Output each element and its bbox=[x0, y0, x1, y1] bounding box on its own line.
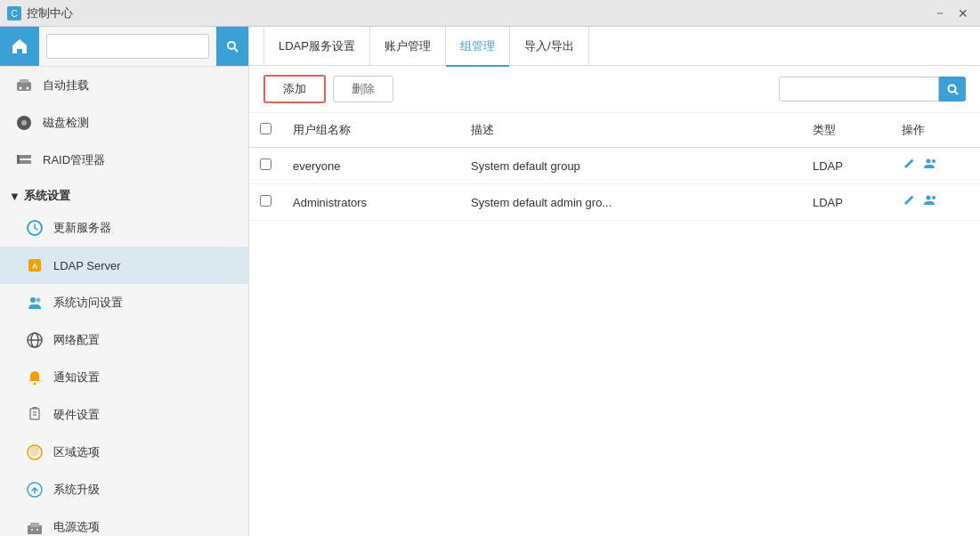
window-title: 控制中心 bbox=[27, 5, 930, 21]
sidebar-item-ldap-server[interactable]: A LDAP Server bbox=[0, 247, 248, 284]
minimize-button[interactable]: － bbox=[930, 4, 950, 23]
network-config-icon bbox=[25, 330, 45, 350]
titlebar: C 控制中心 － ✕ bbox=[0, 0, 980, 27]
svg-point-36 bbox=[932, 196, 935, 199]
sidebar-item-disk-check-label: 磁盘检测 bbox=[43, 115, 89, 131]
svg-line-3 bbox=[234, 48, 238, 52]
row-checkbox-cell bbox=[249, 148, 282, 184]
disk-check-icon bbox=[14, 113, 34, 133]
system-upgrade-icon bbox=[25, 480, 45, 499]
svg-point-6 bbox=[20, 87, 22, 90]
edit-icon[interactable] bbox=[902, 193, 916, 211]
toolbar-search-container bbox=[779, 77, 966, 102]
sidebar-item-ldap-server-label: LDAP Server bbox=[53, 259, 121, 272]
sidebar-item-notification-label: 通知设置 bbox=[53, 370, 100, 386]
svg-rect-12 bbox=[17, 155, 20, 164]
svg-point-35 bbox=[927, 196, 931, 200]
row-name: everyone bbox=[282, 148, 460, 184]
sidebar-item-hardware-label: 硬件设置 bbox=[53, 407, 100, 423]
row-checkbox[interactable] bbox=[260, 195, 271, 207]
sidebar-item-region[interactable]: 区域选项 bbox=[0, 434, 248, 471]
hardware-icon bbox=[25, 405, 45, 425]
svg-point-16 bbox=[30, 297, 36, 303]
row-checkbox-cell bbox=[249, 184, 282, 221]
row-checkbox[interactable] bbox=[260, 158, 271, 170]
auto-mount-icon bbox=[14, 76, 34, 95]
row-action bbox=[891, 184, 980, 221]
notification-icon bbox=[25, 368, 45, 387]
tab-group-management[interactable]: 组管理 bbox=[446, 27, 510, 66]
sidebar-item-notification[interactable]: 通知设置 bbox=[0, 359, 248, 396]
tab-account-management[interactable]: 账户管理 bbox=[370, 27, 446, 66]
sidebar-item-system-upgrade[interactable]: 系统升级 bbox=[0, 471, 248, 508]
col-header-description: 描述 bbox=[460, 113, 802, 148]
svg-point-21 bbox=[34, 383, 36, 386]
edit-icon[interactable] bbox=[902, 157, 916, 175]
svg-point-29 bbox=[31, 529, 33, 531]
toolbar-search-input[interactable] bbox=[779, 77, 939, 102]
table-row: Administrators System default admin gro.… bbox=[249, 184, 980, 221]
svg-point-2 bbox=[228, 42, 235, 49]
sidebar-item-region-label: 区域选项 bbox=[53, 444, 100, 460]
tab-ldap-settings[interactable]: LDAP服务设置 bbox=[263, 27, 370, 66]
group-members-icon[interactable] bbox=[923, 193, 937, 211]
sidebar-search-input[interactable] bbox=[46, 34, 209, 59]
groups-table: 用户组名称 描述 类型 操作 bbox=[249, 113, 980, 221]
sidebar-item-auto-mount-label: 自动挂载 bbox=[43, 77, 89, 93]
svg-point-31 bbox=[948, 85, 955, 92]
svg-point-9 bbox=[21, 120, 27, 126]
delete-button[interactable]: 删除 bbox=[333, 76, 393, 102]
system-access-icon bbox=[25, 293, 45, 313]
svg-rect-5 bbox=[20, 79, 28, 83]
sidebar-item-update-server-label: 更新服务器 bbox=[53, 220, 111, 236]
svg-point-17 bbox=[36, 298, 41, 303]
window-controls: － ✕ bbox=[930, 4, 973, 23]
app-icon: C bbox=[7, 6, 21, 20]
svg-point-30 bbox=[36, 529, 38, 531]
row-name: Administrators bbox=[282, 184, 460, 221]
svg-point-7 bbox=[27, 87, 29, 90]
main-layout: 自动挂载 磁盘检测 RAID管理器 ▼ bbox=[0, 27, 980, 536]
sidebar-item-disk-check[interactable]: 磁盘检测 bbox=[0, 104, 248, 142]
table-container: 用户组名称 描述 类型 操作 bbox=[249, 113, 980, 536]
table-row: everyone System default group LDAP bbox=[249, 148, 980, 184]
sidebar-item-hardware[interactable]: 硬件设置 bbox=[0, 396, 248, 434]
svg-rect-4 bbox=[17, 82, 31, 91]
sidebar-item-network-config[interactable]: 网络配置 bbox=[0, 321, 248, 359]
select-all-checkbox[interactable] bbox=[260, 123, 271, 134]
svg-rect-22 bbox=[30, 409, 39, 419]
sidebar-search-button[interactable] bbox=[216, 27, 248, 66]
content-area: LDAP服务设置 账户管理 组管理 导入/导出 添加 删除 bbox=[249, 27, 980, 536]
sidebar-item-auto-mount[interactable]: 自动挂载 bbox=[0, 67, 248, 104]
group-members-icon[interactable] bbox=[923, 157, 937, 175]
add-button[interactable]: 添加 bbox=[263, 75, 326, 103]
update-server-icon bbox=[25, 218, 45, 238]
system-settings-section[interactable]: ▼ 系统设置 bbox=[0, 179, 248, 209]
sidebar-item-power[interactable]: 电源选项 bbox=[0, 508, 248, 536]
section-label: 系统设置 bbox=[24, 188, 70, 204]
raid-manager-icon bbox=[14, 150, 34, 170]
svg-point-34 bbox=[932, 159, 935, 163]
tabs-bar: LDAP服务设置 账户管理 组管理 导入/导出 bbox=[249, 27, 980, 66]
sidebar-item-network-config-label: 网络配置 bbox=[53, 332, 100, 348]
sidebar-item-system-access-label: 系统访问设置 bbox=[53, 295, 123, 311]
tab-import-export[interactable]: 导入/导出 bbox=[510, 27, 589, 66]
row-description: System default admin gro... bbox=[460, 184, 802, 221]
sidebar-item-system-upgrade-label: 系统升级 bbox=[53, 482, 100, 498]
home-button[interactable] bbox=[0, 27, 39, 66]
close-button[interactable]: ✕ bbox=[953, 4, 973, 23]
sidebar-item-update-server[interactable]: 更新服务器 bbox=[0, 209, 248, 247]
sidebar-item-raid-manager[interactable]: RAID管理器 bbox=[0, 142, 248, 179]
sidebar-item-raid-manager-label: RAID管理器 bbox=[43, 152, 105, 168]
section-arrow: ▼ bbox=[9, 190, 20, 203]
toolbar-search-button[interactable] bbox=[939, 77, 966, 102]
row-type: LDAP bbox=[802, 148, 891, 184]
svg-text:A: A bbox=[32, 262, 38, 271]
sidebar-search-container bbox=[39, 27, 216, 66]
sidebar-item-system-access[interactable]: 系统访问设置 bbox=[0, 284, 248, 321]
row-type: LDAP bbox=[802, 184, 891, 221]
region-icon bbox=[25, 443, 45, 462]
svg-text:C: C bbox=[11, 9, 17, 19]
svg-rect-28 bbox=[30, 523, 39, 527]
col-header-action: 操作 bbox=[891, 113, 980, 148]
